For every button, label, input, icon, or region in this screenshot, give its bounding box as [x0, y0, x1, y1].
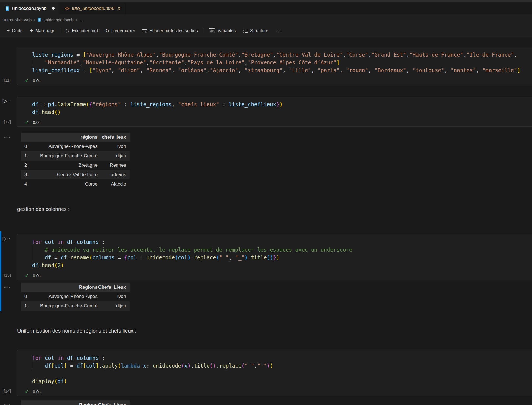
- code-token: .: [39, 262, 42, 268]
- code-token: title: [251, 254, 267, 260]
- code-token: display: [32, 378, 54, 384]
- code-token: (: [86, 101, 89, 107]
- restart-kernel-button[interactable]: ↻Redémarrer: [101, 27, 139, 35]
- code-token: (: [175, 254, 178, 260]
- code-token: col: [45, 355, 54, 361]
- code-token: "marseille": [482, 67, 517, 73]
- code-token: df: [67, 239, 73, 245]
- editor-tab-bar: unidecode.ipynb<>tuto_unidecode.html3: [0, 2, 532, 15]
- code-token: ): [270, 254, 273, 260]
- code-token: [42, 355, 45, 361]
- tab-badge: 3: [117, 6, 120, 11]
- cell-gutter: ▷⌄[13]: [0, 234, 17, 280]
- breadcrumb-item[interactable]: tutos_site_web: [4, 17, 32, 22]
- code-token: ]: [96, 363, 99, 369]
- table-cell: Corse: [33, 179, 98, 189]
- code-token: df: [32, 101, 39, 107]
- breadcrumb-item[interactable]: ...: [80, 17, 83, 22]
- toolbar-item-label: Marquage: [35, 28, 55, 33]
- code-token: ,: [146, 59, 149, 65]
- code-token: "orléans": [178, 67, 206, 73]
- code-token: (: [267, 254, 270, 260]
- code-editor[interactable]: liste_regions = ["Auvergne-Rhône-Alpes",…: [17, 47, 532, 76]
- code-token: ,: [184, 59, 187, 65]
- code-token: "Occitanie": [149, 59, 184, 65]
- code-token: .: [191, 363, 194, 369]
- code-token: {: [124, 254, 127, 260]
- toolbar-separator: [61, 28, 61, 33]
- run-cell-button[interactable]: ▷⌄: [3, 236, 11, 241]
- execution-time: 0.0s: [33, 120, 40, 125]
- code-token: ): [64, 378, 67, 384]
- output-gutter: ···: [0, 283, 17, 311]
- code-token: [: [83, 52, 86, 58]
- code-token: ,: [238, 67, 245, 73]
- code-editor[interactable]: df = pd.DataFrame({"régions" : liste_reg…: [17, 97, 532, 118]
- code-token: ,: [514, 52, 517, 58]
- code-token: "Pays de la Loire": [188, 59, 245, 65]
- table-row: 4CorseAjaccio: [21, 179, 130, 189]
- markdown-cell-content[interactable]: gestion des colonnes :: [17, 205, 532, 213]
- code-token: :: [99, 355, 105, 361]
- table-row: 1Bourgogne-Franche-Comtédijon: [21, 301, 130, 311]
- code-editor[interactable]: for col in df.columns : df[col] = df[col…: [17, 350, 532, 387]
- table-row: 1Bourgogne-Franche-Comtédijon: [21, 151, 130, 161]
- breadcrumb-item[interactable]: unidecode.ipynb: [37, 17, 73, 22]
- add-markdown-cell-button[interactable]: +Marquage: [26, 27, 59, 35]
- code-token: ,: [343, 52, 346, 58]
- code-token: "rouen": [346, 67, 368, 73]
- table-cell: Rennes: [98, 161, 130, 170]
- output-gutter: ···: [0, 133, 17, 189]
- table-cell: Bourgogne-Franche-Comté: [33, 151, 98, 161]
- code-token: "-": [257, 363, 267, 369]
- code-token: " ": [219, 254, 229, 260]
- output-options-button[interactable]: ···: [4, 402, 11, 405]
- column-header: régions: [33, 133, 98, 142]
- code-token: 2: [58, 262, 61, 268]
- code-token: ,: [368, 67, 375, 73]
- run-all-button[interactable]: ▷Exécuter tout: [63, 27, 102, 35]
- tab-title: unidecode.ipynb: [12, 6, 47, 11]
- outline-button[interactable]: Structure: [239, 27, 272, 35]
- chevron-down-icon: ⌄: [8, 236, 11, 240]
- notebook-editor: [11]liste_regions = ["Auvergne-Rhône-Alp…: [0, 47, 532, 405]
- code-token: "toulouse": [413, 67, 444, 73]
- table-cell: Ajaccio: [98, 179, 130, 189]
- editor-tab[interactable]: <>tuto_unidecode.html3: [60, 2, 125, 14]
- table-cell: dijon: [98, 151, 130, 161]
- add-code-cell-button[interactable]: +Code: [3, 27, 26, 35]
- cell-container: for col in df.columns : df[col] = df[col…: [17, 350, 532, 396]
- code-token: df: [32, 109, 39, 115]
- code-token: (: [216, 254, 219, 260]
- table-row: 3Centre-Val de Loireorléans: [21, 170, 130, 179]
- markdown-cell-content[interactable]: Uniformisation des noms de régions et ch…: [17, 327, 532, 335]
- code-token: title: [194, 363, 210, 369]
- output-content: RegionsChefs_Lieux: [17, 400, 532, 405]
- code-token: }: [273, 254, 276, 260]
- run-cell-button[interactable]: ▷⌄: [3, 98, 11, 104]
- more-actions-icon: ⋯: [275, 27, 281, 34]
- cell-output: ···RegionsChefs_Lieux0Auvergne-Rhône-Alp…: [0, 283, 532, 311]
- output-options-button[interactable]: ···: [4, 134, 11, 140]
- code-token: =: [67, 363, 76, 369]
- variables-button[interactable]: (x)Variables: [205, 27, 239, 35]
- code-token: ,: [273, 52, 276, 58]
- more-actions-button[interactable]: ⋯: [272, 27, 285, 35]
- success-check-icon: ✓: [25, 120, 29, 125]
- code-token: lambda: [121, 363, 140, 369]
- code-editor[interactable]: for col in df.columns : # unidecode va r…: [17, 234, 532, 271]
- row-index: 0: [21, 292, 33, 301]
- code-token: ,: [476, 67, 482, 73]
- code-token: ): [270, 363, 273, 369]
- success-check-icon: ✓: [25, 389, 29, 394]
- clear-all-outputs-button[interactable]: ✕Effacer toutes les sorties: [139, 27, 201, 35]
- code-token: ): [279, 101, 282, 107]
- code-line: df[col] = df[col].apply(lambda x: unidec…: [32, 362, 532, 369]
- notebook-icon: [37, 17, 41, 22]
- success-check-icon: ✓: [25, 273, 29, 279]
- breadcrumb: tutos_site_web›unidecode.ipynb›...: [0, 15, 532, 25]
- code-token: (: [54, 262, 57, 268]
- column-header: Regions: [33, 400, 98, 405]
- editor-tab[interactable]: unidecode.ipynb: [0, 2, 60, 14]
- output-options-button[interactable]: ···: [4, 284, 11, 290]
